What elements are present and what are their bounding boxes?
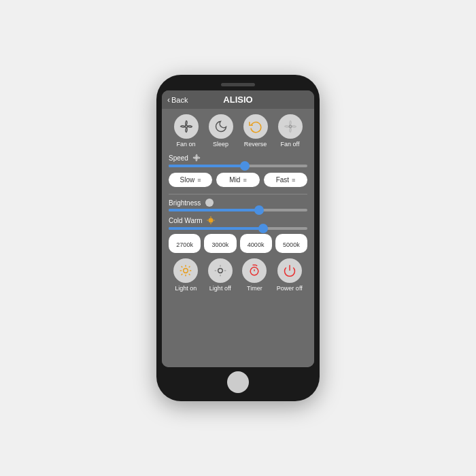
light-on-icon-circle [173,258,198,283]
cold-warm-slider-track[interactable] [169,227,307,230]
speed-label-row: Speed [169,153,307,163]
mid-icon: ≡ [243,177,246,184]
fan-on-label: Fan on [176,141,195,148]
brightness-label-row: Brightness [169,199,307,207]
temp-3000k-label: 3000k [212,241,229,248]
light-off-label: Light off [209,285,231,292]
bottom-buttons-row: Light on Light off [169,258,307,292]
divider-1 [169,194,307,194]
fan-on-button[interactable]: Fan on [174,114,199,148]
brightness-label-text: Brightness [169,199,201,207]
brightness-icon [205,199,214,207]
phone-screen: ‹ Back ALISIO [162,90,314,367]
slow-button[interactable]: Slow ≡ [169,173,212,187]
mid-label: Mid [229,176,240,184]
temp-2700k-label: 2700k [176,241,193,248]
speed-slider-track[interactable] [169,165,307,167]
reverse-icon [249,120,262,133]
cold-warm-section: Cold Warm [169,216,307,230]
svg-line-15 [182,274,183,275]
fan-on-icon [180,120,193,133]
power-off-icon [283,264,296,277]
sleep-button[interactable]: Sleep [209,114,233,148]
brightness-section: Brightness [169,199,307,211]
brightness-slider-thumb [254,205,264,215]
fan-on-icon-circle [174,114,199,139]
cold-warm-slider-fill [169,227,263,230]
slow-label: Slow [180,176,195,184]
fan-off-button[interactable]: Fan off [278,114,303,148]
phone-home-button[interactable] [227,371,249,393]
power-off-button[interactable]: Power off [277,258,303,292]
header-bar: ‹ Back ALISIO [162,90,314,109]
timer-icon [248,264,261,277]
reverse-button[interactable]: Reverse [243,114,268,148]
cold-warm-label-row: Cold Warm [169,216,307,225]
speed-section: Speed [169,153,307,167]
svg-line-13 [182,267,183,268]
speed-slider-thumb [240,161,250,171]
sleep-label: Sleep [213,141,228,148]
power-off-label: Power off [277,285,303,292]
fan-off-icon [284,120,297,133]
sleep-icon-circle [209,114,233,139]
back-chevron-icon: ‹ [167,95,170,105]
temp-5000k-button[interactable]: 5000k [275,234,307,253]
temp-4000k-button[interactable]: 4000k [240,234,272,253]
back-label: Back [171,96,188,104]
brightness-slider-track[interactable] [169,209,307,211]
brightness-slider-fill [169,209,259,211]
light-off-icon-circle [208,258,233,283]
svg-line-25 [256,265,258,267]
speed-buttons-row: Slow ≡ Mid ≡ Fast ≡ [169,173,307,187]
screen-content: Fan on Sleep [162,109,314,367]
speed-label-text: Speed [169,154,188,162]
power-off-icon-circle [277,258,302,283]
temp-2700k-button[interactable]: 2700k [169,234,201,253]
phone-device: ‹ Back ALISIO [156,75,320,401]
svg-line-14 [189,274,190,275]
fast-button[interactable]: Fast ≡ [264,173,307,187]
temp-5000k-label: 5000k [283,241,300,248]
light-off-button[interactable]: Light off [208,258,233,292]
svg-line-16 [189,267,190,268]
fast-icon: ≡ [292,177,295,184]
back-button[interactable]: ‹ Back [167,95,188,105]
light-on-icon [179,264,192,277]
speed-icon [192,153,201,163]
light-on-label: Light on [175,285,197,292]
page-title: ALISIO [223,95,252,105]
timer-button[interactable]: Timer [242,258,267,292]
cold-warm-slider-thumb [258,224,268,233]
timer-icon-circle [242,258,267,283]
temp-4000k-label: 4000k [248,241,265,248]
light-on-button[interactable]: Light on [173,258,198,292]
phone-speaker [221,83,255,86]
speed-slider-fill [169,165,245,167]
color-temp-row: 2700k 3000k 4000k 5000k [169,234,307,253]
sleep-icon [214,120,228,133]
mode-buttons-row: Fan on Sleep [169,114,307,148]
reverse-icon-circle [243,114,268,139]
cold-warm-icon [206,216,216,225]
svg-point-3 [208,218,213,223]
fast-label: Fast [276,176,289,184]
temp-3000k-button[interactable]: 3000k [204,234,236,253]
fan-off-icon-circle [278,114,303,139]
mid-button[interactable]: Mid ≡ [216,173,260,187]
cold-warm-label-text: Cold Warm [169,217,203,224]
light-off-icon [214,264,227,277]
slow-icon: ≡ [197,177,201,184]
fan-off-label: Fan off [281,141,300,148]
reverse-label: Reverse [244,141,267,148]
svg-point-17 [218,269,222,273]
timer-label: Timer [247,285,262,292]
svg-point-8 [184,269,188,273]
